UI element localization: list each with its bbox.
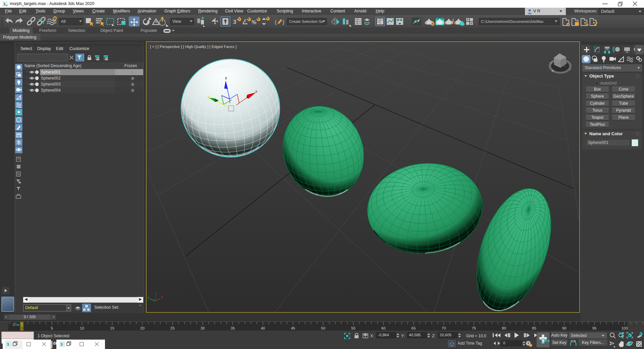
svg-text:All: All bbox=[61, 19, 65, 24]
svg-text:C:\Users\virinne\Documents\3ds: C:\Users\virinne\Documents\3dsMax bbox=[481, 19, 544, 23]
svg-text:50: 50 bbox=[321, 326, 325, 330]
svg-text:N: N bbox=[552, 69, 554, 72]
svg-text:80: 80 bbox=[502, 326, 506, 330]
svg-text:95: 95 bbox=[592, 326, 597, 330]
svg-text:3: 3 bbox=[60, 342, 63, 347]
svg-text:100: 100 bbox=[621, 326, 628, 330]
svg-text:15: 15 bbox=[110, 326, 114, 330]
svg-text:75: 75 bbox=[472, 326, 476, 330]
svg-text:10: 10 bbox=[80, 326, 84, 330]
svg-text:3: 3 bbox=[233, 19, 236, 25]
svg-text:y: y bbox=[208, 95, 210, 99]
svg-text:{: { bbox=[275, 19, 277, 26]
svg-text:View: View bbox=[172, 19, 181, 24]
svg-text:%: % bbox=[252, 19, 256, 25]
svg-text:x: x bbox=[255, 89, 258, 93]
svg-text:0: 0 bbox=[21, 326, 23, 330]
svg-text:y: y bbox=[148, 296, 149, 299]
svg-text:85: 85 bbox=[532, 326, 536, 330]
svg-text:45: 45 bbox=[291, 326, 295, 330]
svg-text:55: 55 bbox=[351, 326, 356, 330]
svg-text:65: 65 bbox=[412, 326, 416, 330]
svg-text:70: 70 bbox=[442, 326, 446, 330]
svg-text:W: W bbox=[550, 61, 552, 64]
svg-text:3: 3 bbox=[7, 342, 9, 347]
svg-text:z: z bbox=[155, 292, 157, 296]
svg-text:40: 40 bbox=[261, 326, 265, 330]
svg-text:z: z bbox=[225, 76, 227, 80]
svg-text:5: 5 bbox=[51, 326, 53, 330]
svg-text:3: 3 bbox=[3, 1, 6, 6]
svg-text:30: 30 bbox=[201, 326, 205, 330]
svg-text:90: 90 bbox=[562, 326, 567, 330]
svg-text:25: 25 bbox=[170, 326, 175, 330]
svg-text:Create Selection Se: Create Selection Se bbox=[289, 19, 323, 23]
svg-text:60: 60 bbox=[381, 326, 386, 330]
svg-text:x: x bbox=[161, 295, 163, 299]
svg-text:S: S bbox=[569, 68, 571, 71]
svg-text:35: 35 bbox=[231, 326, 235, 330]
svg-text:[ + ] [ Perspective ] [ High Q: [ + ] [ Perspective ] [ High Quality ] [… bbox=[150, 45, 236, 49]
svg-text:20: 20 bbox=[140, 326, 145, 330]
svg-text:}: } bbox=[282, 19, 284, 26]
